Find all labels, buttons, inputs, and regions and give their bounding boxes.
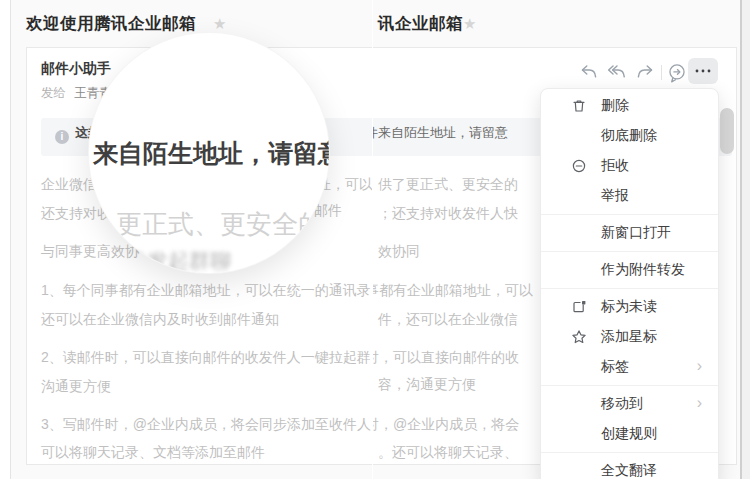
mail-subject-title: 欢迎使用腾讯企业邮箱 <box>26 13 196 35</box>
menu-divider <box>541 288 718 289</box>
menu-item-label: 拒收 <box>601 157 629 175</box>
toolbar-divider <box>661 65 662 80</box>
body-line: 效协同 <box>378 242 420 260</box>
menu-icon-placeholder <box>571 128 587 144</box>
body-line: 事都有企业邮箱地址，可以 <box>373 281 533 299</box>
body-line: 时，可以直接向邮件的收 <box>373 348 519 366</box>
unread-icon <box>571 299 587 315</box>
outside-window-area <box>742 0 750 479</box>
menu-divider <box>541 214 718 215</box>
body-line: 1、每个同事都有企业邮箱地址，可以在统一的通讯录 <box>41 281 371 299</box>
menu-item-新窗口打开[interactable]: 新窗口打开 <box>541 218 718 248</box>
body-line: 容，沟通更方便 <box>378 375 476 393</box>
body-line: 还可以在企业微信内及时收到邮件通知 <box>41 310 279 328</box>
chevron-right-icon: › <box>697 358 702 374</box>
menu-item-作为附件转发[interactable]: 作为附件转发 <box>541 255 718 285</box>
notice-text-fragment: 件来自陌生地址，请留意 <box>373 124 508 142</box>
more-actions-menu: 删除彻底删除拒收举报新窗口打开作为附件转发标为未读添加星标标签›移动到›创建规则… <box>540 88 719 479</box>
scrollbar-thumb[interactable] <box>720 108 734 154</box>
more-button[interactable] <box>688 58 718 84</box>
menu-icon-placeholder <box>571 262 587 278</box>
reply-all-icon[interactable] <box>606 62 628 82</box>
body-line: 件，还可以在企业微信 <box>378 310 518 328</box>
menu-divider <box>541 251 718 252</box>
body-line: 。还可以将聊天记录、 <box>378 443 518 461</box>
star-icon[interactable]: ★ <box>213 16 226 31</box>
menu-item-label: 举报 <box>601 187 629 205</box>
menu-icon-placeholder <box>571 188 587 204</box>
menu-divider <box>541 385 718 386</box>
menu-item-移动到[interactable]: 移动到› <box>541 389 718 419</box>
body-line: 可以将聊天记录、文档等添加至邮件 <box>41 443 265 461</box>
body-line: 与同事更高效协 <box>41 242 139 260</box>
menu-item-label: 彻底删除 <box>601 127 657 145</box>
menu-item-label: 标签 <box>601 358 629 376</box>
menu-item-标为未读[interactable]: 标为未读 <box>541 292 718 322</box>
menu-item-举报[interactable]: 举报 <box>541 181 718 211</box>
recipient-label: 发给 <box>41 86 66 100</box>
chevron-right-icon: › <box>697 395 702 411</box>
menu-icon-placeholder <box>571 463 587 479</box>
body-line: 3、写邮件时，@企业内成员，将会同步添加至收件人 <box>41 415 371 433</box>
menu-icon-placeholder <box>571 426 587 442</box>
mail-app-screenshot: 欢迎使用腾讯企业邮箱 ★ 邮件小助手 发给王青青 i 这封 企业微信址，可以还支… <box>0 0 750 479</box>
menu-item-label: 标为未读 <box>601 298 657 316</box>
menu-item-label: 删除 <box>601 97 629 115</box>
chat-forward-icon[interactable] <box>666 62 688 82</box>
menu-item-彻底删除[interactable]: 彻底删除 <box>541 121 718 151</box>
magnifier-circle: 来自陌生地址，请留意 更正式、更安全的工 速发起群聊 <box>88 32 330 274</box>
forward-icon[interactable] <box>634 62 656 82</box>
reply-icon[interactable] <box>578 62 600 82</box>
body-line: 沟通更方便 <box>41 377 111 395</box>
trash-icon <box>571 98 587 114</box>
menu-divider <box>541 452 718 453</box>
body-line: 企业微信 <box>41 175 97 193</box>
star-icon[interactable]: ★ <box>463 16 476 31</box>
magnified-notice-text: 来自陌生地址，请留意 <box>93 137 330 170</box>
menu-item-label: 创建规则 <box>601 425 657 443</box>
menu-item-label: 新窗口打开 <box>601 224 671 242</box>
menu-item-删除[interactable]: 删除 <box>541 91 718 121</box>
info-icon: i <box>55 130 69 144</box>
menu-icon-placeholder <box>571 359 587 375</box>
body-line: 供了更正式、更安全的 <box>378 175 518 193</box>
menu-item-全文翻译[interactable]: 全文翻译 <box>541 456 718 479</box>
body-line: 2、读邮件时，可以直接向邮件的收发件人一键拉起群 <box>41 348 371 366</box>
menu-item-添加星标[interactable]: 添加星标 <box>541 322 718 352</box>
mail-subject-title-fragment: 讯企业邮箱 <box>378 13 463 35</box>
menu-item-创建规则[interactable]: 创建规则 <box>541 419 718 449</box>
menu-item-标签[interactable]: 标签› <box>541 352 718 382</box>
sender-name: 邮件小助手 <box>41 60 111 78</box>
menu-item-label: 作为附件转发 <box>601 261 685 279</box>
star-icon <box>571 329 587 345</box>
menu-item-label: 移动到 <box>601 395 643 413</box>
menu-icon-placeholder <box>571 225 587 241</box>
body-line: 时，@企业内成员，将会 <box>373 415 519 433</box>
menu-icon-placeholder <box>571 396 587 412</box>
menu-item-拒收[interactable]: 拒收 <box>541 151 718 181</box>
menu-item-label: 添加星标 <box>601 328 657 346</box>
menu-item-label: 全文翻译 <box>601 462 657 479</box>
block-icon <box>571 158 587 174</box>
body-line: ；还支持对收发件人快 <box>378 204 518 222</box>
